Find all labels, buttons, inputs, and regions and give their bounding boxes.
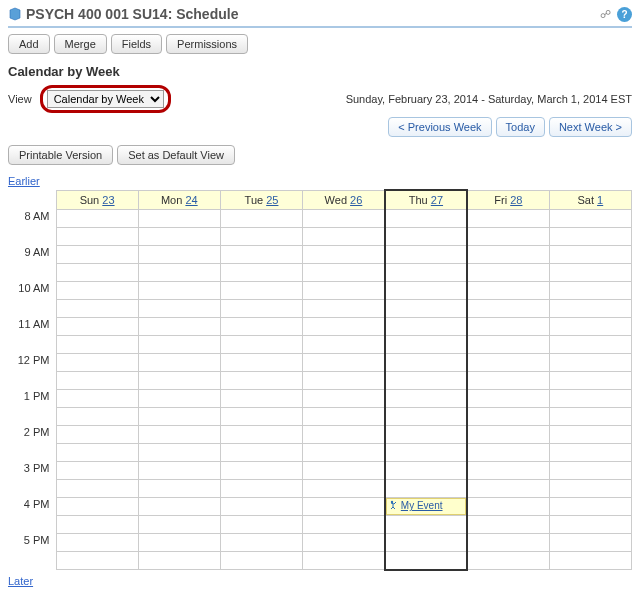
calendar-cell[interactable] [467, 228, 549, 246]
calendar-cell[interactable] [467, 300, 549, 318]
help-icon[interactable]: ? [617, 7, 632, 22]
calendar-cell[interactable] [138, 498, 220, 516]
calendar-cell[interactable] [467, 462, 549, 480]
calendar-cell[interactable] [467, 498, 549, 516]
calendar-cell[interactable] [385, 336, 467, 354]
calendar-cell[interactable] [138, 246, 220, 264]
calendar-cell[interactable] [385, 462, 467, 480]
calendar-cell[interactable] [220, 534, 302, 552]
calendar-cell[interactable] [467, 552, 549, 570]
day-number-link[interactable]: 27 [431, 194, 443, 206]
calendar-cell[interactable] [385, 408, 467, 426]
today-button[interactable]: Today [496, 117, 545, 137]
calendar-cell[interactable] [385, 318, 467, 336]
calendar-cell[interactable] [220, 210, 302, 228]
calendar-cell[interactable] [467, 210, 549, 228]
calendar-cell[interactable] [385, 372, 467, 390]
calendar-cell[interactable] [56, 462, 138, 480]
calendar-cell[interactable] [56, 264, 138, 282]
day-number-link[interactable]: 26 [350, 194, 362, 206]
calendar-cell[interactable] [385, 246, 467, 264]
calendar-cell[interactable] [220, 318, 302, 336]
calendar-cell[interactable] [385, 210, 467, 228]
calendar-cell[interactable] [549, 534, 631, 552]
calendar-cell[interactable] [467, 264, 549, 282]
day-number-link[interactable]: 24 [185, 194, 197, 206]
calendar-cell[interactable] [56, 390, 138, 408]
calendar-cell[interactable] [549, 282, 631, 300]
calendar-cell[interactable] [303, 516, 385, 534]
day-number-link[interactable]: 23 [102, 194, 114, 206]
calendar-cell[interactable] [303, 210, 385, 228]
calendar-cell[interactable] [549, 210, 631, 228]
calendar-cell[interactable] [385, 426, 467, 444]
calendar-cell[interactable] [56, 444, 138, 462]
calendar-cell[interactable] [385, 354, 467, 372]
calendar-cell[interactable] [138, 354, 220, 372]
calendar-cell[interactable] [549, 498, 631, 516]
add-button[interactable]: Add [8, 34, 50, 54]
calendar-cell[interactable] [303, 336, 385, 354]
calendar-cell[interactable] [56, 246, 138, 264]
calendar-cell[interactable] [220, 354, 302, 372]
calendar-cell[interactable] [549, 390, 631, 408]
event-title[interactable]: My Event [401, 500, 443, 511]
calendar-cell[interactable] [385, 516, 467, 534]
calendar-cell[interactable] [220, 552, 302, 570]
calendar-cell[interactable] [467, 480, 549, 498]
calendar-cell[interactable] [138, 372, 220, 390]
calendar-cell[interactable] [467, 318, 549, 336]
calendar-cell[interactable] [303, 228, 385, 246]
calendar-cell[interactable] [385, 444, 467, 462]
calendar-cell[interactable] [467, 534, 549, 552]
calendar-cell[interactable] [138, 318, 220, 336]
calendar-cell[interactable] [549, 336, 631, 354]
calendar-cell[interactable] [56, 516, 138, 534]
calendar-cell[interactable] [138, 228, 220, 246]
calendar-cell[interactable] [56, 228, 138, 246]
calendar-cell[interactable] [56, 336, 138, 354]
calendar-cell[interactable] [549, 318, 631, 336]
calendar-cell[interactable] [385, 390, 467, 408]
calendar-cell[interactable] [56, 408, 138, 426]
calendar-cell[interactable] [303, 534, 385, 552]
calendar-cell[interactable] [385, 282, 467, 300]
view-select[interactable]: Calendar by Week [47, 90, 164, 108]
calendar-cell[interactable] [303, 300, 385, 318]
calendar-cell[interactable] [56, 282, 138, 300]
next-week-button[interactable]: Next Week > [549, 117, 632, 137]
calendar-cell[interactable] [220, 408, 302, 426]
calendar-cell[interactable] [138, 552, 220, 570]
merge-button[interactable]: Merge [54, 34, 107, 54]
calendar-cell[interactable] [56, 300, 138, 318]
calendar-cell[interactable] [385, 480, 467, 498]
calendar-cell[interactable] [385, 552, 467, 570]
calendar-cell[interactable] [220, 390, 302, 408]
calendar-cell[interactable] [385, 264, 467, 282]
calendar-cell[interactable] [138, 462, 220, 480]
calendar-cell[interactable] [56, 480, 138, 498]
calendar-cell[interactable] [549, 354, 631, 372]
calendar-cell[interactable] [303, 444, 385, 462]
calendar-cell[interactable] [220, 336, 302, 354]
calendar-cell[interactable] [138, 336, 220, 354]
calendar-cell[interactable] [220, 228, 302, 246]
calendar-cell[interactable] [220, 372, 302, 390]
day-number-link[interactable]: 1 [597, 194, 603, 206]
calendar-cell[interactable] [138, 480, 220, 498]
calendar-cell[interactable] [467, 516, 549, 534]
calendar-cell[interactable] [385, 534, 467, 552]
calendar-cell[interactable] [467, 390, 549, 408]
calendar-cell[interactable] [467, 372, 549, 390]
calendar-cell[interactable] [56, 354, 138, 372]
calendar-cell[interactable] [549, 462, 631, 480]
calendar-cell[interactable] [303, 408, 385, 426]
calendar-cell[interactable] [138, 300, 220, 318]
earlier-link[interactable]: Earlier [8, 175, 40, 187]
calendar-cell[interactable] [303, 264, 385, 282]
calendar-cell[interactable] [549, 444, 631, 462]
calendar-cell[interactable] [56, 534, 138, 552]
calendar-cell[interactable] [138, 534, 220, 552]
calendar-cell[interactable] [549, 480, 631, 498]
calendar-cell[interactable] [56, 426, 138, 444]
